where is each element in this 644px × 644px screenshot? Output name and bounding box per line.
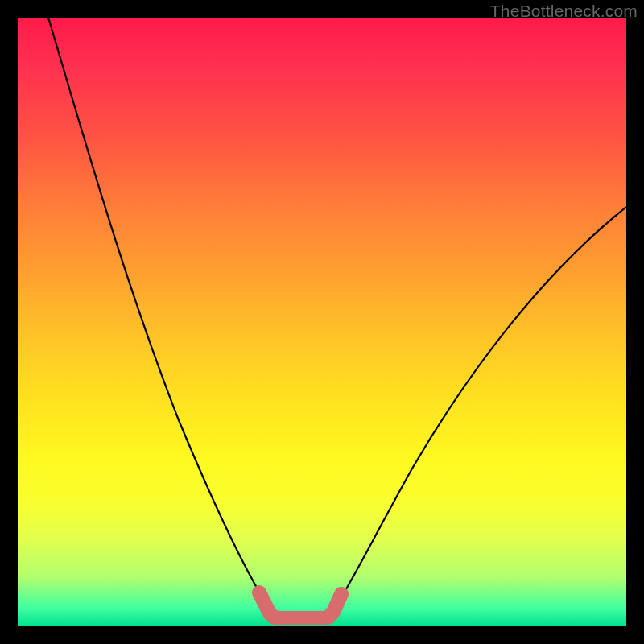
plot-area bbox=[18, 18, 626, 626]
right-curve bbox=[332, 207, 626, 613]
left-curve bbox=[48, 18, 274, 613]
bottleneck-chart: TheBottleneck.com bbox=[0, 0, 644, 644]
optimal-zone-highlight bbox=[259, 592, 341, 618]
watermark-text: TheBottleneck.com bbox=[490, 2, 638, 21]
curve-svg bbox=[18, 18, 626, 626]
